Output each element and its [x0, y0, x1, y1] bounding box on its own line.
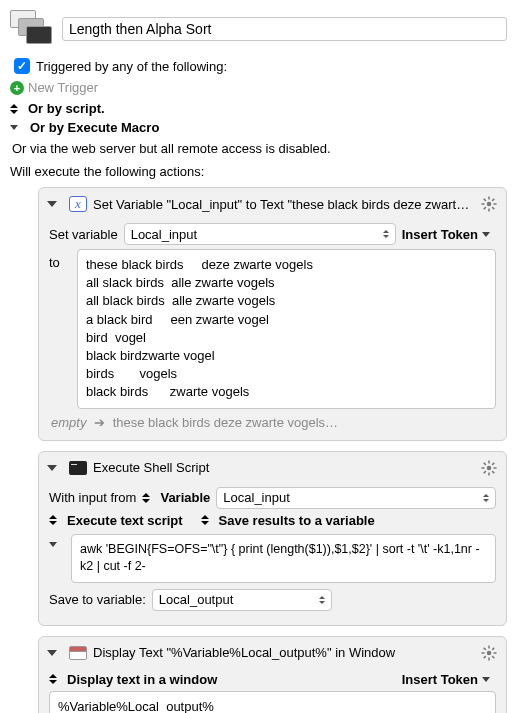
variable-name-select[interactable]: Local_input — [124, 223, 396, 245]
updown-icon[interactable] — [49, 515, 57, 525]
svg-line-16 — [484, 471, 486, 473]
svg-line-23 — [484, 647, 486, 649]
updown-icon[interactable] — [10, 104, 18, 114]
actions-header: Will execute the following actions: — [10, 164, 507, 179]
svg-line-5 — [484, 199, 486, 201]
chevron-down-icon — [482, 232, 490, 237]
svg-line-26 — [492, 647, 494, 649]
svg-line-25 — [484, 656, 486, 658]
execute-script-label: Execute text script — [67, 513, 183, 528]
disclosure-icon[interactable] — [47, 201, 57, 207]
disclosure-icon[interactable] — [49, 542, 57, 547]
action-title: Display Text "%Variable%Local_output%" i… — [93, 645, 474, 660]
save-to-label: Save to variable: — [49, 592, 146, 607]
svg-line-8 — [492, 199, 494, 201]
window-icon — [69, 646, 87, 660]
svg-line-14 — [484, 462, 486, 464]
insert-token-button[interactable]: Insert Token — [402, 227, 496, 242]
to-label: to — [49, 249, 69, 270]
output-variable-value: Local_output — [159, 592, 233, 607]
action-execute-shell[interactable]: Execute Shell Script With input from Var… — [38, 451, 507, 626]
variable-icon: x — [69, 196, 87, 212]
disclosure-icon[interactable] — [47, 650, 57, 656]
gear-icon[interactable] — [480, 459, 498, 477]
svg-line-7 — [484, 207, 486, 209]
gear-icon[interactable] — [480, 644, 498, 662]
web-server-note: Or via the web server but all remote acc… — [12, 141, 507, 156]
action-set-variable[interactable]: x Set Variable "Local_input" to Text "th… — [38, 187, 507, 441]
with-input-label: With input from — [49, 490, 136, 505]
updown-icon[interactable] — [142, 493, 150, 503]
svg-point-18 — [487, 650, 492, 655]
display-text-input[interactable]: %Variable%Local_output% — [49, 691, 496, 714]
updown-icon[interactable] — [201, 515, 209, 525]
svg-point-9 — [487, 465, 492, 470]
action-title: Set Variable "Local_input" to Text "thes… — [93, 197, 474, 212]
gear-icon[interactable] — [480, 195, 498, 213]
triggers-enabled-checkbox[interactable] — [14, 58, 30, 74]
chevron-down-icon[interactable] — [10, 125, 18, 130]
input-variable-select[interactable]: Local_input — [216, 487, 496, 509]
hint-empty: empty — [51, 415, 86, 430]
input-variable-value: Local_input — [223, 490, 290, 505]
chevron-down-icon — [482, 677, 490, 682]
action-title: Execute Shell Script — [93, 460, 474, 475]
disclosure-icon[interactable] — [47, 465, 57, 471]
updown-icon[interactable] — [49, 674, 57, 684]
by-script-label: Or by script. — [28, 101, 105, 116]
svg-line-17 — [492, 462, 494, 464]
triggers-header-label: Triggered by any of the following: — [36, 59, 227, 74]
by-execute-macro-label: Or by Execute Macro — [30, 120, 159, 135]
svg-point-0 — [487, 202, 492, 207]
plus-icon: + — [10, 81, 24, 95]
hint-result: these black birds deze zwarte vogels… — [113, 415, 338, 430]
variable-text-input[interactable]: these black birds deze zwarte vogels all… — [77, 249, 496, 409]
set-variable-label: Set variable — [49, 227, 118, 242]
arrow-icon: ➔ — [94, 415, 105, 430]
variable-name-value: Local_input — [131, 227, 198, 242]
action-display-text[interactable]: Display Text "%Variable%Local_output%" i… — [38, 636, 507, 714]
macro-icon — [10, 10, 54, 48]
svg-line-24 — [492, 656, 494, 658]
shell-script-input[interactable]: awk 'BEGIN{FS=OFS="\t"} { print (length(… — [71, 534, 496, 583]
insert-token-button[interactable]: Insert Token — [402, 672, 496, 687]
svg-line-6 — [492, 207, 494, 209]
terminal-icon — [69, 461, 87, 475]
macro-title-input[interactable] — [62, 17, 507, 41]
display-mode-label: Display text in a window — [67, 672, 217, 687]
save-results-label: Save results to a variable — [219, 513, 375, 528]
svg-line-15 — [492, 471, 494, 473]
variable-mode-label: Variable — [160, 490, 210, 505]
output-variable-select[interactable]: Local_output — [152, 589, 332, 611]
new-trigger-button[interactable]: New Trigger — [28, 80, 98, 95]
